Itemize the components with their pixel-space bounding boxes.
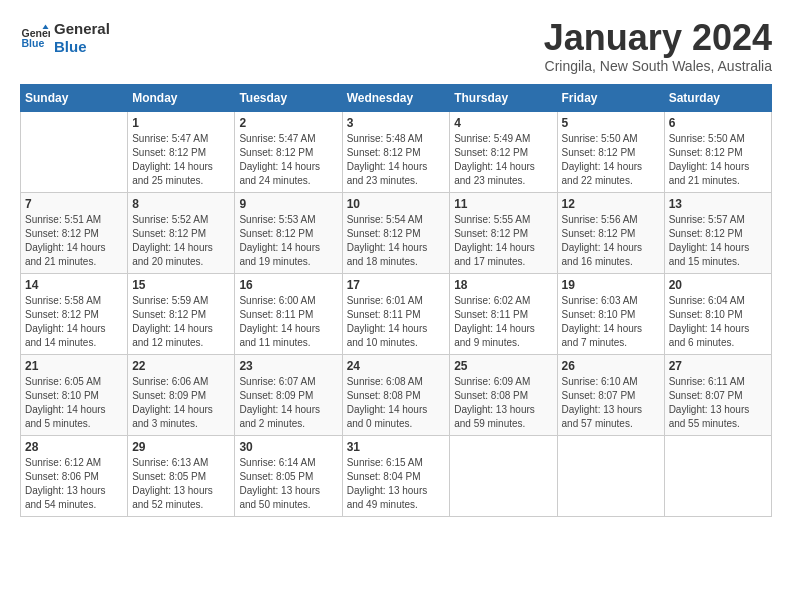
day-number: 31	[347, 440, 446, 454]
day-number: 22	[132, 359, 230, 373]
day-info: Sunrise: 6:05 AM Sunset: 8:10 PM Dayligh…	[25, 375, 123, 431]
calendar-day-cell: 28Sunrise: 6:12 AM Sunset: 8:06 PM Dayli…	[21, 436, 128, 517]
calendar-day-cell: 15Sunrise: 5:59 AM Sunset: 8:12 PM Dayli…	[128, 274, 235, 355]
day-info: Sunrise: 6:12 AM Sunset: 8:06 PM Dayligh…	[25, 456, 123, 512]
day-number: 21	[25, 359, 123, 373]
day-info: Sunrise: 6:08 AM Sunset: 8:08 PM Dayligh…	[347, 375, 446, 431]
day-number: 28	[25, 440, 123, 454]
title-area: January 2024 Cringila, New South Wales, …	[544, 20, 772, 74]
day-info: Sunrise: 5:47 AM Sunset: 8:12 PM Dayligh…	[132, 132, 230, 188]
day-info: Sunrise: 6:03 AM Sunset: 8:10 PM Dayligh…	[562, 294, 660, 350]
day-number: 11	[454, 197, 552, 211]
day-info: Sunrise: 6:14 AM Sunset: 8:05 PM Dayligh…	[239, 456, 337, 512]
calendar-day-cell: 9Sunrise: 5:53 AM Sunset: 8:12 PM Daylig…	[235, 193, 342, 274]
calendar-day-cell: 14Sunrise: 5:58 AM Sunset: 8:12 PM Dayli…	[21, 274, 128, 355]
day-info: Sunrise: 5:49 AM Sunset: 8:12 PM Dayligh…	[454, 132, 552, 188]
day-info: Sunrise: 6:06 AM Sunset: 8:09 PM Dayligh…	[132, 375, 230, 431]
calendar-day-cell: 26Sunrise: 6:10 AM Sunset: 8:07 PM Dayli…	[557, 355, 664, 436]
day-of-week-header: Saturday	[664, 85, 771, 112]
day-info: Sunrise: 6:02 AM Sunset: 8:11 PM Dayligh…	[454, 294, 552, 350]
day-number: 12	[562, 197, 660, 211]
day-info: Sunrise: 6:13 AM Sunset: 8:05 PM Dayligh…	[132, 456, 230, 512]
calendar-table: SundayMondayTuesdayWednesdayThursdayFrid…	[20, 84, 772, 517]
day-info: Sunrise: 5:52 AM Sunset: 8:12 PM Dayligh…	[132, 213, 230, 269]
day-of-week-header: Sunday	[21, 85, 128, 112]
calendar-day-cell: 2Sunrise: 5:47 AM Sunset: 8:12 PM Daylig…	[235, 112, 342, 193]
calendar-day-cell: 18Sunrise: 6:02 AM Sunset: 8:11 PM Dayli…	[450, 274, 557, 355]
calendar-day-cell	[557, 436, 664, 517]
day-number: 1	[132, 116, 230, 130]
calendar-day-cell: 21Sunrise: 6:05 AM Sunset: 8:10 PM Dayli…	[21, 355, 128, 436]
calendar-day-cell: 11Sunrise: 5:55 AM Sunset: 8:12 PM Dayli…	[450, 193, 557, 274]
day-number: 27	[669, 359, 767, 373]
day-number: 13	[669, 197, 767, 211]
calendar-day-cell: 17Sunrise: 6:01 AM Sunset: 8:11 PM Dayli…	[342, 274, 450, 355]
calendar-day-cell	[21, 112, 128, 193]
day-of-week-header: Wednesday	[342, 85, 450, 112]
calendar-day-cell: 4Sunrise: 5:49 AM Sunset: 8:12 PM Daylig…	[450, 112, 557, 193]
day-number: 25	[454, 359, 552, 373]
svg-text:Blue: Blue	[22, 37, 45, 49]
day-number: 20	[669, 278, 767, 292]
calendar-day-cell: 12Sunrise: 5:56 AM Sunset: 8:12 PM Dayli…	[557, 193, 664, 274]
calendar-week-row: 14Sunrise: 5:58 AM Sunset: 8:12 PM Dayli…	[21, 274, 772, 355]
day-info: Sunrise: 5:53 AM Sunset: 8:12 PM Dayligh…	[239, 213, 337, 269]
calendar-day-cell: 30Sunrise: 6:14 AM Sunset: 8:05 PM Dayli…	[235, 436, 342, 517]
calendar-day-cell: 19Sunrise: 6:03 AM Sunset: 8:10 PM Dayli…	[557, 274, 664, 355]
day-info: Sunrise: 5:57 AM Sunset: 8:12 PM Dayligh…	[669, 213, 767, 269]
day-number: 23	[239, 359, 337, 373]
day-of-week-header: Monday	[128, 85, 235, 112]
day-number: 19	[562, 278, 660, 292]
day-number: 16	[239, 278, 337, 292]
calendar-day-cell: 23Sunrise: 6:07 AM Sunset: 8:09 PM Dayli…	[235, 355, 342, 436]
logo: General Blue General Blue	[20, 20, 110, 56]
day-info: Sunrise: 5:54 AM Sunset: 8:12 PM Dayligh…	[347, 213, 446, 269]
day-number: 6	[669, 116, 767, 130]
calendar-day-cell: 16Sunrise: 6:00 AM Sunset: 8:11 PM Dayli…	[235, 274, 342, 355]
day-number: 17	[347, 278, 446, 292]
day-number: 3	[347, 116, 446, 130]
calendar-day-cell: 6Sunrise: 5:50 AM Sunset: 8:12 PM Daylig…	[664, 112, 771, 193]
day-number: 9	[239, 197, 337, 211]
month-title: January 2024	[544, 20, 772, 56]
day-info: Sunrise: 5:55 AM Sunset: 8:12 PM Dayligh…	[454, 213, 552, 269]
calendar-day-cell: 25Sunrise: 6:09 AM Sunset: 8:08 PM Dayli…	[450, 355, 557, 436]
day-number: 30	[239, 440, 337, 454]
calendar-day-cell	[450, 436, 557, 517]
day-info: Sunrise: 6:00 AM Sunset: 8:11 PM Dayligh…	[239, 294, 337, 350]
day-info: Sunrise: 6:10 AM Sunset: 8:07 PM Dayligh…	[562, 375, 660, 431]
day-number: 24	[347, 359, 446, 373]
header-row: SundayMondayTuesdayWednesdayThursdayFrid…	[21, 85, 772, 112]
day-number: 4	[454, 116, 552, 130]
day-number: 14	[25, 278, 123, 292]
day-info: Sunrise: 5:50 AM Sunset: 8:12 PM Dayligh…	[669, 132, 767, 188]
day-info: Sunrise: 6:15 AM Sunset: 8:04 PM Dayligh…	[347, 456, 446, 512]
day-of-week-header: Tuesday	[235, 85, 342, 112]
calendar-day-cell: 20Sunrise: 6:04 AM Sunset: 8:10 PM Dayli…	[664, 274, 771, 355]
day-of-week-header: Thursday	[450, 85, 557, 112]
calendar-day-cell: 3Sunrise: 5:48 AM Sunset: 8:12 PM Daylig…	[342, 112, 450, 193]
logo-icon: General Blue	[20, 23, 50, 53]
day-number: 15	[132, 278, 230, 292]
calendar-day-cell: 7Sunrise: 5:51 AM Sunset: 8:12 PM Daylig…	[21, 193, 128, 274]
day-number: 7	[25, 197, 123, 211]
calendar-day-cell: 8Sunrise: 5:52 AM Sunset: 8:12 PM Daylig…	[128, 193, 235, 274]
day-info: Sunrise: 6:09 AM Sunset: 8:08 PM Dayligh…	[454, 375, 552, 431]
day-info: Sunrise: 6:04 AM Sunset: 8:10 PM Dayligh…	[669, 294, 767, 350]
day-info: Sunrise: 6:11 AM Sunset: 8:07 PM Dayligh…	[669, 375, 767, 431]
day-info: Sunrise: 5:47 AM Sunset: 8:12 PM Dayligh…	[239, 132, 337, 188]
day-info: Sunrise: 5:50 AM Sunset: 8:12 PM Dayligh…	[562, 132, 660, 188]
day-number: 18	[454, 278, 552, 292]
day-info: Sunrise: 5:56 AM Sunset: 8:12 PM Dayligh…	[562, 213, 660, 269]
day-number: 10	[347, 197, 446, 211]
day-number: 29	[132, 440, 230, 454]
day-info: Sunrise: 5:59 AM Sunset: 8:12 PM Dayligh…	[132, 294, 230, 350]
day-of-week-header: Friday	[557, 85, 664, 112]
logo-line1: General	[54, 20, 110, 38]
calendar-day-cell: 1Sunrise: 5:47 AM Sunset: 8:12 PM Daylig…	[128, 112, 235, 193]
calendar-day-cell: 22Sunrise: 6:06 AM Sunset: 8:09 PM Dayli…	[128, 355, 235, 436]
calendar-week-row: 21Sunrise: 6:05 AM Sunset: 8:10 PM Dayli…	[21, 355, 772, 436]
calendar-day-cell: 27Sunrise: 6:11 AM Sunset: 8:07 PM Dayli…	[664, 355, 771, 436]
calendar-day-cell: 5Sunrise: 5:50 AM Sunset: 8:12 PM Daylig…	[557, 112, 664, 193]
calendar-week-row: 1Sunrise: 5:47 AM Sunset: 8:12 PM Daylig…	[21, 112, 772, 193]
